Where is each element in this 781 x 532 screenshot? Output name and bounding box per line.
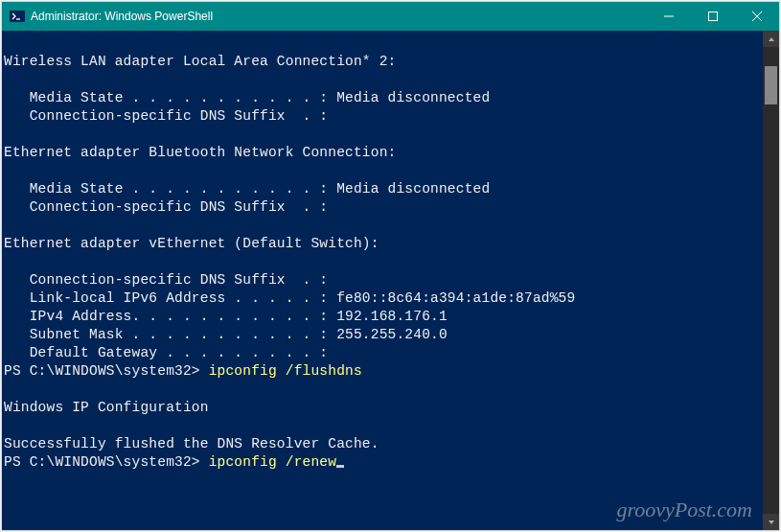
output-line: Ethernet adapter vEthernet (Default Swit… — [4, 235, 763, 253]
terminal-output[interactable]: Wireless LAN adapter Local Area Connecti… — [2, 31, 763, 530]
powershell-window: Administrator: Windows PowerShell Wirele… — [2, 2, 779, 530]
output-line: Connection-specific DNS Suffix . : — [4, 198, 763, 217]
titlebar[interactable]: Administrator: Windows PowerShell — [2, 2, 779, 31]
prompt-line-active[interactable]: PS C:\WINDOWS\system32> ipconfig /renew — [4, 453, 763, 472]
output-line: Ethernet adapter Bluetooth Network Conne… — [4, 144, 763, 162]
output-line — [4, 381, 763, 399]
scroll-up-arrow[interactable] — [763, 31, 779, 47]
scroll-track[interactable] — [763, 47, 779, 514]
output-line: Connection-specific DNS Suffix . : — [4, 271, 763, 289]
output-line — [4, 417, 763, 435]
svg-rect-0 — [10, 11, 25, 22]
close-button[interactable] — [735, 2, 779, 31]
output-line: Windows IP Configuration — [4, 399, 763, 417]
output-line: Connection-specific DNS Suffix . : — [4, 107, 763, 126]
prompt-path: PS C:\WINDOWS\system32> — [4, 454, 209, 470]
output-line: Default Gateway . . . . . . . . . : — [4, 344, 763, 362]
prompt-line: PS C:\WINDOWS\system32> ipconfig /flushd… — [4, 362, 763, 381]
output-line: Link-local IPv6 Address . . . . . : fe80… — [4, 289, 763, 308]
window-title: Administrator: Windows PowerShell — [31, 10, 213, 23]
vertical-scrollbar[interactable] — [763, 31, 779, 530]
output-line — [4, 71, 763, 89]
output-line: IPv4 Address. . . . . . . . . . . : 192.… — [4, 308, 763, 326]
output-line — [4, 253, 763, 271]
output-line: Subnet Mask . . . . . . . . . . . : 255.… — [4, 326, 763, 344]
cursor — [336, 465, 344, 468]
svg-rect-3 — [709, 12, 718, 21]
maximize-button[interactable] — [691, 2, 735, 31]
typed-command: ipconfig /renew — [209, 454, 337, 470]
prompt-path: PS C:\WINDOWS\system32> — [4, 363, 209, 379]
typed-command: ipconfig /flushdns — [209, 363, 362, 379]
output-line: Wireless LAN adapter Local Area Connecti… — [4, 53, 763, 71]
output-line: Media State . . . . . . . . . . . : Medi… — [4, 89, 763, 107]
scroll-down-arrow[interactable] — [763, 514, 779, 530]
powershell-icon — [10, 9, 25, 24]
content-area: Wireless LAN adapter Local Area Connecti… — [2, 31, 779, 530]
scroll-thumb[interactable] — [765, 66, 777, 104]
output-line — [4, 35, 763, 53]
output-line — [4, 217, 763, 235]
output-line: Media State . . . . . . . . . . . : Medi… — [4, 180, 763, 198]
output-line: Successfully flushed the DNS Resolver Ca… — [4, 435, 763, 453]
output-line — [4, 162, 763, 180]
minimize-button[interactable] — [647, 2, 691, 31]
output-line — [4, 126, 763, 144]
